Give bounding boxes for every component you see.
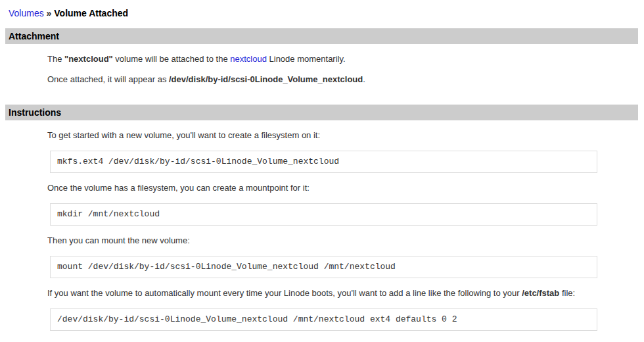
linode-link[interactable]: nextcloud [230,54,267,64]
filesystem-paragraph: To get started with a new volume, you'll… [47,130,639,141]
attachment-section: Attachment The "nextcloud" volume will b… [5,28,639,85]
appear-text-post: . [363,74,365,84]
fstab-paragraph: If you want the volume to automatically … [47,288,639,299]
breadcrumb-separator: » [47,8,52,18]
attachment-text-mid: volume will be attached to the [113,54,231,64]
appear-paragraph: Once attached, it will appear as /dev/di… [47,74,639,85]
code-block-fstab: /dev/disk/by-id/scsi-0Linode_Volume_next… [50,308,597,331]
breadcrumb-link-volumes[interactable]: Volumes [9,8,44,18]
attachment-section-body: The "nextcloud" volume will be attached … [5,54,639,85]
appear-text-pre: Once attached, it will appear as [47,74,169,84]
breadcrumb: Volumes » Volume Attached [9,8,639,18]
volume-attached-page: Volumes » Volume Attached Attachment The… [5,8,639,331]
page-title: Volume Attached [54,8,128,18]
volume-name: "nextcloud" [64,54,113,64]
code-block-mount: mount /dev/disk/by-id/scsi-0Linode_Volum… [50,256,597,278]
device-path: /dev/disk/by-id/scsi-0Linode_Volume_next… [169,74,363,84]
attachment-paragraph: The "nextcloud" volume will be attached … [47,54,639,64]
attachment-text-pre: The [47,54,64,64]
fstab-path: /etc/fstab [522,288,559,298]
instructions-section: Instructions To get started with a new v… [5,105,639,331]
section-header-attachment: Attachment [5,28,638,44]
fstab-text-post: file: [559,288,575,298]
mountpoint-paragraph: Once the volume has a filesystem, you ca… [47,183,639,193]
section-header-instructions: Instructions [5,105,638,120]
mount-paragraph: Then you can mount the new volume: [47,235,639,246]
fstab-text-pre: If you want the volume to automatically … [47,288,522,298]
code-block-mkdir: mkdir /mnt/nextcloud [50,203,597,226]
code-block-mkfs: mkfs.ext4 /dev/disk/by-id/scsi-0Linode_V… [50,151,597,173]
instructions-section-body: To get started with a new volume, you'll… [5,130,639,331]
attachment-text-post: Linode momentarily. [267,54,346,64]
